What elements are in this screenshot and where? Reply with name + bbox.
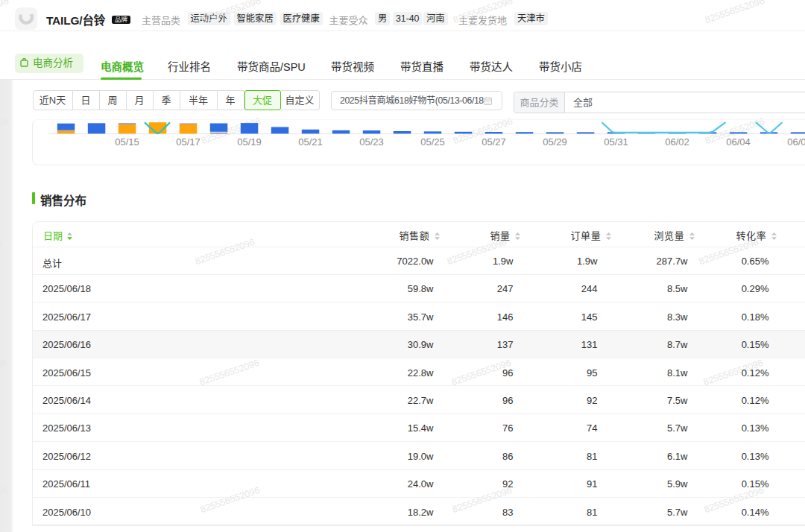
svg-text:05/17: 05/17 [176, 136, 201, 148]
svg-text:05/23: 05/23 [359, 136, 384, 148]
svg-text:05/29: 05/29 [543, 136, 567, 148]
svg-text:05/21: 05/21 [298, 136, 323, 148]
svg-text:05/27: 05/27 [482, 136, 506, 148]
svg-text:06/06: 06/06 [787, 136, 805, 148]
svg-text:05/25: 05/25 [420, 136, 445, 148]
svg-text:05/31: 05/31 [604, 136, 628, 148]
svg-text:06/04: 06/04 [726, 136, 751, 148]
svg-text:06/02: 06/02 [665, 136, 689, 148]
svg-text:05/15: 05/15 [115, 136, 139, 148]
svg-text:05/19: 05/19 [237, 136, 262, 148]
